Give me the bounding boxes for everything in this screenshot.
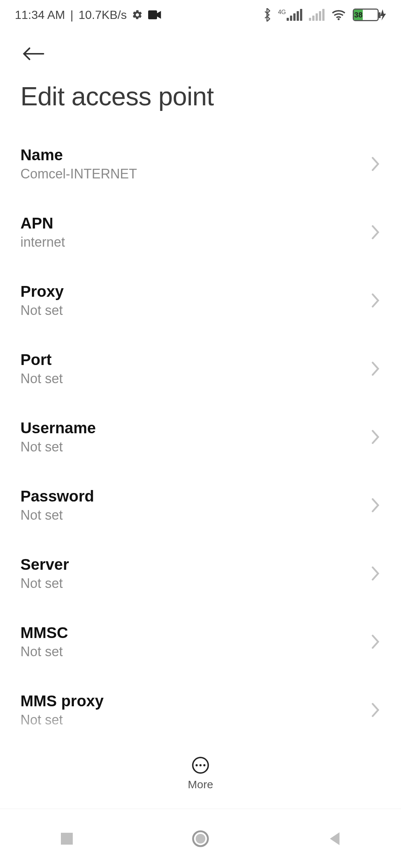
setting-label: Username: [20, 419, 96, 437]
bottom-toolbar: More: [0, 742, 401, 805]
svg-rect-6: [61, 833, 73, 845]
more-icon: [191, 756, 210, 775]
chevron-right-icon: [370, 361, 381, 377]
chevron-right-icon: [370, 634, 381, 650]
setting-row-mms-proxy[interactable]: MMS proxyNot set: [20, 676, 381, 744]
chevron-right-icon: [370, 224, 381, 240]
status-time: 11:34 AM: [15, 8, 65, 22]
chevron-right-icon: [370, 497, 381, 513]
square-icon: [60, 832, 74, 845]
svg-point-8: [196, 834, 205, 844]
triangle-left-icon: [327, 831, 341, 846]
signal-sim2-icon: [309, 9, 325, 21]
chevron-right-icon: [370, 702, 381, 718]
setting-label: Password: [20, 487, 94, 505]
setting-value: Not set: [20, 576, 69, 591]
battery-icon: 38: [353, 9, 386, 21]
setting-row-apn[interactable]: APNinternet: [20, 198, 381, 266]
more-label: More: [188, 778, 213, 791]
setting-label: Server: [20, 556, 69, 573]
camera-icon: [148, 10, 162, 20]
setting-value: Not set: [20, 712, 104, 728]
chevron-right-icon: [370, 292, 381, 309]
setting-row-username[interactable]: UsernameNot set: [20, 403, 381, 471]
svg-point-1: [338, 18, 339, 20]
setting-row-password[interactable]: PasswordNot set: [20, 471, 381, 539]
arrow-left-icon: [22, 46, 45, 62]
svg-point-3: [196, 764, 198, 766]
setting-label: Proxy: [20, 283, 64, 300]
setting-row-proxy[interactable]: ProxyNot set: [20, 266, 381, 335]
gear-icon: [132, 9, 143, 20]
status-net-speed: 10.7KB/s: [79, 8, 127, 22]
setting-value: Not set: [20, 439, 96, 455]
signal-sim1-icon: [287, 9, 302, 21]
circle-icon: [192, 830, 209, 848]
status-bar: 11:34 AM | 10.7KB/s 4G 38: [0, 0, 401, 30]
chevron-right-icon: [370, 429, 381, 445]
svg-point-5: [203, 764, 205, 766]
chevron-right-icon: [370, 156, 381, 172]
setting-label: Name: [20, 146, 137, 164]
setting-label: APN: [20, 214, 65, 232]
setting-row-server[interactable]: ServerNot set: [20, 539, 381, 608]
back-button[interactable]: [20, 41, 46, 67]
more-button[interactable]: More: [188, 756, 213, 791]
setting-label: MMS proxy: [20, 692, 104, 710]
bluetooth-icon: [263, 8, 271, 22]
setting-label: Port: [20, 351, 63, 369]
nav-recents-button[interactable]: [48, 828, 85, 850]
setting-row-name[interactable]: NameComcel-INTERNET: [20, 130, 381, 198]
svg-rect-0: [148, 10, 157, 19]
setting-label: MMSC: [20, 624, 68, 642]
setting-row-port[interactable]: PortNot set: [20, 335, 381, 403]
setting-row-mmsc[interactable]: MMSCNot set: [20, 608, 381, 676]
setting-value: internet: [20, 234, 65, 250]
page-title: Edit access point: [20, 67, 381, 122]
setting-value: Not set: [20, 507, 94, 523]
setting-value: Comcel-INTERNET: [20, 166, 137, 182]
nav-back-button[interactable]: [316, 828, 353, 850]
wifi-icon: [331, 9, 346, 21]
setting-value: Not set: [20, 371, 63, 387]
network-tag: 4G: [278, 9, 286, 16]
setting-value: Not set: [20, 644, 68, 660]
setting-value: Not set: [20, 303, 64, 318]
system-navbar: [0, 809, 401, 868]
chevron-right-icon: [370, 565, 381, 582]
nav-home-button[interactable]: [182, 828, 219, 850]
svg-point-4: [199, 764, 202, 766]
